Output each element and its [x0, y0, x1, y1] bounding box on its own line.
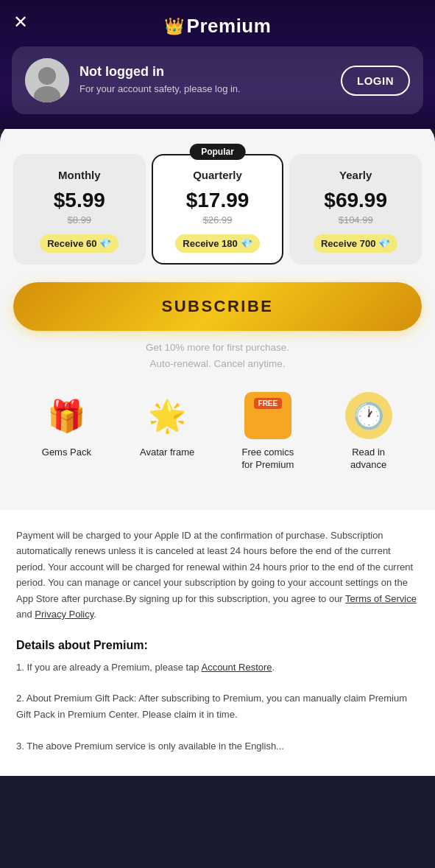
user-bar: Not logged in For your account safety, p…	[12, 46, 423, 114]
feature-label: Avatar frame	[140, 447, 194, 459]
main-card: Monthly $5.99 $8.99 Receive 60 💎 Popular…	[0, 122, 435, 510]
feature-label: Gems Pack	[42, 447, 91, 459]
plan-name: Yearly	[339, 169, 372, 181]
app-container: ✕ 👑 Premium Not logged in	[0, 0, 435, 776]
plan-original: $26.99	[203, 214, 233, 225]
details-title: Details about Premium:	[16, 639, 419, 652]
legal-text: Payment will be charged to your Apple ID…	[16, 528, 419, 623]
user-name: Not logged in	[79, 64, 330, 80]
free-badge: FREE	[254, 398, 283, 409]
account-restore-link[interactable]: Account Restore	[201, 662, 272, 673]
feature-label: Read in advance	[339, 447, 398, 472]
plan-original: $8.99	[68, 214, 92, 225]
crown-icon: 👑	[164, 17, 184, 36]
header-title: Premium	[187, 15, 272, 38]
login-button[interactable]: LOGIN	[341, 66, 410, 96]
gems-badge: Receive 180 💎	[175, 234, 259, 253]
plan-quarterly[interactable]: Popular Quarterly $17.99 $26.99 Receive …	[152, 154, 284, 265]
plan-original: $104.99	[339, 214, 373, 225]
subscribe-note: Get 10% more for first purchase. Auto-re…	[13, 340, 422, 371]
svg-point-1	[38, 67, 56, 85]
plan-monthly[interactable]: Monthly $5.99 $8.99 Receive 60 💎	[13, 154, 146, 265]
plan-price: $5.99	[54, 189, 105, 212]
feature-read-advance: 🕐 Read in advance	[339, 392, 398, 472]
legal-section: Payment will be charged to your Apple ID…	[0, 510, 435, 776]
top-bar: ✕ 👑 Premium	[0, 0, 435, 46]
popular-badge: Popular	[189, 144, 246, 160]
read-advance-icon: 🕐	[345, 392, 392, 439]
plan-name: Quarterly	[193, 169, 242, 181]
gems-badge: Receive 700 💎	[314, 234, 397, 253]
plan-price: $17.99	[186, 189, 250, 212]
gem-icon: 💎	[99, 238, 111, 249]
feature-avatar-frame: 🌟 Avatar frame	[138, 392, 197, 472]
plan-yearly[interactable]: Yearly $69.99 $104.99 Receive 700 💎	[289, 154, 422, 265]
avatar	[25, 58, 69, 102]
avatar-frame-icon: 🌟	[144, 392, 191, 439]
header-background: ✕ 👑 Premium Not logged in	[0, 0, 435, 129]
feature-gems-pack: 🎁 Gems Pack	[37, 392, 96, 472]
gem-icon: 💎	[241, 238, 252, 249]
plan-price: $69.99	[324, 189, 387, 212]
user-info: Not logged in For your account safety, p…	[79, 64, 330, 96]
privacy-link[interactable]: Privacy Policy	[35, 609, 93, 620]
free-comics-icon: FREE	[244, 392, 291, 439]
gems-badge: Receive 60 💎	[40, 234, 119, 253]
header-title-wrap: 👑 Premium	[164, 15, 272, 38]
feature-label: Free comics for Premium	[238, 447, 297, 472]
subscribe-button[interactable]: SUBSCRIBE	[13, 282, 422, 331]
feature-free-comics: FREE Free comics for Premium	[238, 392, 297, 472]
close-button[interactable]: ✕	[13, 13, 28, 31]
features-row: 🎁 Gems Pack 🌟 Avatar frame FREE Free com…	[13, 392, 422, 472]
user-description: For your account safety, please log in.	[79, 83, 330, 96]
gems-pack-icon: 🎁	[43, 392, 90, 439]
plan-name: Monthly	[58, 169, 101, 181]
gem-icon: 💎	[378, 238, 390, 249]
plans-row: Monthly $5.99 $8.99 Receive 60 💎 Popular…	[13, 145, 422, 265]
details-text: 1. If you are already a Premium, please …	[16, 659, 419, 755]
tos-link[interactable]: Terms of Service	[345, 593, 417, 604]
